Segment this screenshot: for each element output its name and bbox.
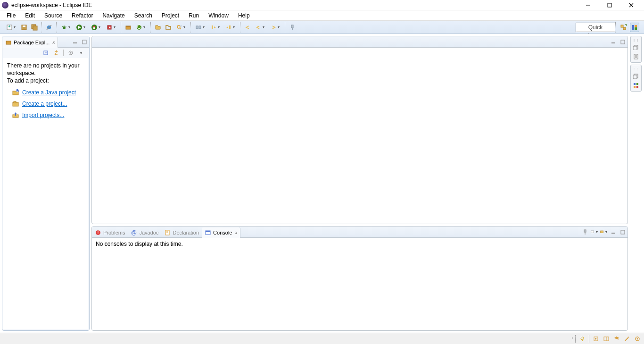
outline-button[interactable]: [632, 82, 640, 89]
samples-button[interactable]: [592, 335, 600, 343]
menu-navigate[interactable]: Navigate: [98, 11, 129, 20]
open-perspective-button[interactable]: +: [619, 23, 628, 32]
menu-window[interactable]: Window: [204, 11, 233, 20]
svg-line-16: [66, 26, 66, 27]
declaration-tab[interactable]: Declaration: [161, 227, 202, 238]
menu-project[interactable]: Project: [157, 11, 184, 20]
console-tab[interactable]: Console x: [202, 227, 240, 238]
javadoc-tab[interactable]: @ Javadoc: [128, 227, 161, 238]
console-tab-label: Console: [213, 230, 232, 235]
menu-edit[interactable]: Edit: [20, 11, 40, 20]
collapse-all-button[interactable]: [41, 49, 50, 57]
whats-new-button[interactable]: [603, 335, 610, 343]
java-perspective-button[interactable]: [630, 23, 639, 32]
menu-file[interactable]: File: [2, 11, 20, 20]
new-button[interactable]: ▾: [4, 23, 18, 32]
svg-text:J: J: [16, 89, 19, 93]
editor-minimize-button[interactable]: [610, 38, 617, 46]
save-all-button[interactable]: [30, 23, 39, 32]
display-selected-console-button[interactable]: ▾: [591, 228, 598, 236]
view-menu-button[interactable]: ▾: [77, 49, 85, 57]
external-tools-button[interactable]: ▾: [104, 23, 118, 32]
task-list-button[interactable]: [632, 53, 640, 60]
menu-help[interactable]: Help: [233, 11, 255, 20]
svg-rect-44: [635, 27, 637, 30]
tip-of-day-button[interactable]: [578, 335, 586, 343]
package-explorer-tab[interactable]: Package Expl... x: [2, 37, 58, 48]
svg-rect-8: [23, 25, 25, 27]
bottom-maximize-button[interactable]: [619, 228, 627, 236]
menu-refactor[interactable]: Refactor: [67, 11, 98, 20]
toggle-editor-button[interactable]: ▾: [193, 23, 207, 32]
svg-line-29: [180, 28, 181, 29]
console-icon: [205, 229, 211, 236]
window-maximize-button[interactable]: [599, 0, 620, 10]
quick-access-input[interactable]: Quick Access: [576, 23, 615, 32]
save-button[interactable]: [19, 23, 29, 32]
pin-editor-button[interactable]: [288, 23, 297, 32]
project-icon: [12, 100, 19, 108]
svg-text:C: C: [137, 24, 141, 30]
work-area: Package Expl... x ▾ There are no project…: [0, 34, 644, 333]
back-button[interactable]: ▾: [253, 23, 267, 32]
pin-console-button[interactable]: [581, 228, 589, 236]
settings-button[interactable]: [634, 335, 641, 343]
window-close-button[interactable]: [620, 0, 642, 10]
last-edit-button[interactable]: [243, 23, 252, 32]
close-icon[interactable]: x: [52, 40, 55, 45]
new-java-package-button[interactable]: [124, 23, 133, 32]
menu-search[interactable]: Search: [130, 11, 157, 20]
create-project-link[interactable]: Create a project...: [22, 101, 67, 107]
menu-run[interactable]: Run: [184, 11, 204, 20]
skip-breakpoints-button[interactable]: [44, 23, 54, 32]
svg-point-51: [70, 52, 72, 54]
svg-rect-89: [582, 340, 583, 341]
open-console-button[interactable]: +▾: [600, 228, 608, 236]
run-button[interactable]: ▾: [74, 23, 88, 32]
java-project-icon: J: [12, 89, 19, 96]
svg-point-99: [637, 338, 638, 339]
editor-area: [91, 36, 628, 224]
empty-workspace-msg1: There are no projects in your workspace.: [7, 62, 84, 77]
main-toolbar: ▾ ▾ ▾ ▾ ▾ C▾: [0, 21, 644, 34]
problems-tab[interactable]: ! Problems: [92, 227, 128, 238]
console-body: No consoles to display at this time.: [92, 238, 627, 330]
svg-rect-74: [611, 233, 615, 234]
new-class-button[interactable]: C▾: [134, 23, 148, 32]
window-title: eclipse-workspace - Eclipse IDE: [11, 2, 92, 8]
edit-button[interactable]: [623, 335, 631, 343]
debug-button[interactable]: ▾: [59, 23, 73, 32]
restore-button-2[interactable]: [632, 72, 640, 80]
next-annotation-button[interactable]: ▾: [208, 23, 223, 32]
declaration-icon: [164, 229, 171, 236]
search-button[interactable]: ▾: [174, 23, 188, 32]
minimize-view-button[interactable]: [71, 38, 79, 46]
import-projects-link[interactable]: Import projects...: [22, 112, 64, 118]
grip-icon: ⋮: [570, 336, 575, 341]
create-java-project-link[interactable]: Create a Java project: [22, 89, 76, 96]
package-explorer-tab-label: Package Expl...: [14, 40, 50, 45]
bottom-panel: ! Problems @ Javadoc Declaration Console…: [91, 226, 628, 331]
svg-rect-87: [636, 86, 638, 88]
open-task-button[interactable]: [164, 23, 173, 32]
editor-maximize-button[interactable]: [619, 38, 627, 46]
svg-marker-34: [214, 26, 216, 28]
link-editor-button[interactable]: [52, 49, 60, 57]
restore-button[interactable]: [632, 43, 640, 51]
prev-annotation-button[interactable]: ▾: [223, 23, 238, 32]
svg-rect-59: [611, 42, 615, 43]
svg-rect-45: [6, 41, 11, 44]
focus-task-button[interactable]: [66, 49, 75, 57]
coverage-button[interactable]: ▾: [89, 23, 103, 32]
maximize-view-button[interactable]: [81, 38, 88, 46]
tutorials-button[interactable]: [613, 335, 620, 343]
close-icon[interactable]: x: [235, 230, 237, 235]
svg-rect-86: [634, 86, 636, 88]
package-explorer-toolbar: ▾: [2, 48, 89, 58]
menu-source[interactable]: Source: [40, 11, 67, 20]
bottom-minimize-button[interactable]: [610, 228, 617, 236]
svg-rect-72: [601, 231, 603, 233]
forward-button[interactable]: ▾: [268, 23, 282, 32]
window-minimize-button[interactable]: [577, 0, 599, 10]
open-type-button[interactable]: [153, 23, 163, 32]
